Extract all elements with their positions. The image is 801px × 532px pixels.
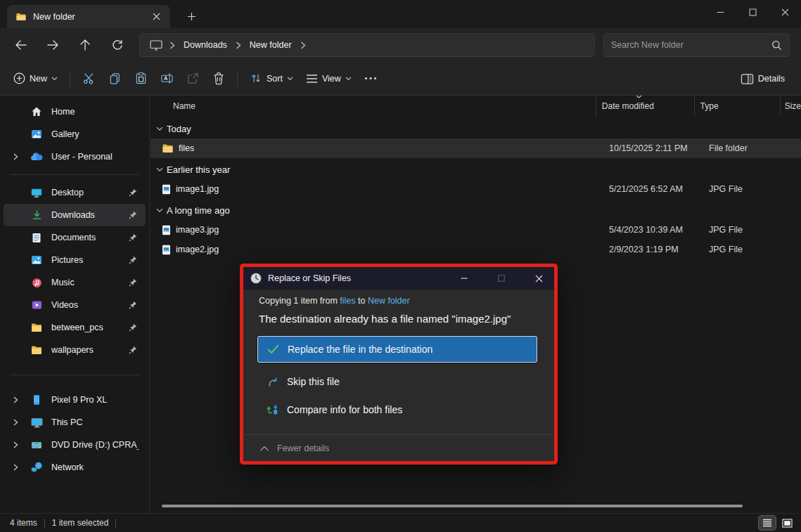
new-button[interactable]: New [7,67,64,91]
forward-button[interactable] [41,34,65,56]
chevron-down-icon [287,77,293,81]
sidebar-item-dvd-drive[interactable]: DVD Drive (D:) CPRA_X64FRE_ [4,434,146,456]
paste-button[interactable] [128,67,154,91]
gallery-icon [29,129,44,140]
folder-icon [29,345,44,355]
search-input[interactable] [611,40,771,50]
chevron-up-icon [260,446,269,451]
file-row-image2[interactable]: image2.jpg 2/9/2023 1:19 PM JPG File [150,240,801,259]
column-headers: Name Date modified Type Size [150,96,801,116]
view-button-label: View [322,74,341,84]
tab-close-button[interactable] [148,8,165,25]
copy-source-link[interactable]: files [340,296,355,306]
cut-button[interactable] [76,67,102,91]
close-button[interactable] [769,0,801,24]
selection-count: 1 item selected [52,518,109,528]
sidebar-item-label: between_pcs [51,323,127,332]
sidebar-item-videos[interactable]: Videos [4,294,146,316]
large-thumbnails-view-toggle[interactable] [778,516,795,530]
group-header-earlier-this-year[interactable]: Earlier this year [150,160,801,179]
sidebar-item-pixel-phone[interactable]: Pixel 9 Pro XL [4,389,146,411]
file-row-files[interactable]: files 10/15/2025 2:11 PM File folder [150,138,801,158]
column-date-modified[interactable]: Date modified [596,96,695,116]
chevron-right-icon [169,41,175,49]
rename-button[interactable] [154,67,180,91]
view-icon [306,74,318,84]
chevron-right-icon[interactable] [8,153,23,160]
sidebar-item-between-pcs[interactable]: between_pcs [4,316,146,339]
file-row-image1[interactable]: image1.jpg 5/21/2025 6:52 AM JPG File [150,179,801,199]
sidebar-item-label: Home [51,107,139,117]
compare-files-label: Compare info for both files [287,404,402,415]
search-icon[interactable] [771,40,782,51]
dialog-minimize-button[interactable] [449,267,480,290]
sidebar-item-label: DVD Drive (D:) CPRA_X64FRE_ [51,440,139,450]
sidebar-item-onedrive[interactable]: User - Personal [4,145,146,168]
chevron-right-icon[interactable] [8,464,23,471]
sidebar-item-gallery[interactable]: Gallery [4,123,146,145]
chevron-right-icon[interactable] [8,396,23,403]
sidebar-item-pictures[interactable]: Pictures [4,249,146,271]
replace-file-button[interactable]: Replace the file in the destination [257,336,537,363]
toolbar-separator [237,70,238,87]
skip-file-button[interactable]: Skip this file [257,371,537,392]
minimize-button[interactable] [704,0,736,24]
breadcrumb-new-folder[interactable]: New folder [244,37,297,53]
toolbar-separator [70,70,70,87]
details-view-toggle[interactable] [759,516,776,530]
explorer-tab[interactable]: New folder [7,5,170,28]
share-button[interactable] [180,67,206,91]
chevron-right-icon[interactable] [8,419,23,426]
more-options-button[interactable] [358,67,383,91]
sidebar-item-label: Pixel 9 Pro XL [51,395,139,405]
dialog-close-button[interactable] [523,267,554,290]
chevron-down-icon[interactable] [156,167,163,172]
file-explorer-window: New folder [0,0,801,532]
column-size[interactable]: Size [781,96,801,116]
sidebar-item-label: wallpapers [51,345,127,355]
sidebar-item-downloads[interactable]: Downloads [4,204,146,226]
refresh-button[interactable] [105,34,129,56]
sidebar-item-documents[interactable]: Documents [4,226,146,249]
tab-title: New folder [33,12,141,22]
file-name: files [179,143,194,153]
column-name[interactable]: Name [150,96,596,116]
chevron-down-icon[interactable] [156,208,163,213]
chevron-down-icon[interactable] [156,126,163,131]
image-file-icon [162,225,171,235]
sidebar-item-label: Downloads [51,210,127,220]
horizontal-scrollbar[interactable] [162,505,743,507]
copy-line-middle: to [356,296,368,306]
group-header-today[interactable]: Today [150,119,801,138]
sidebar-item-this-pc[interactable]: This PC [4,411,146,434]
sort-button[interactable]: Sort [243,67,300,91]
new-tab-button[interactable] [181,7,201,25]
chevron-right-icon[interactable] [236,41,241,49]
column-type[interactable]: Type [695,96,781,116]
maximize-button[interactable] [736,0,769,24]
details-pane-button[interactable]: Details [734,67,791,91]
copy-button[interactable] [102,67,128,91]
sidebar-item-music[interactable]: Music [4,271,146,294]
sidebar-item-desktop[interactable]: Desktop [4,181,146,204]
address-bar[interactable]: Downloads New folder [139,33,595,57]
up-button[interactable] [73,34,97,56]
back-button[interactable] [8,34,32,56]
copy-destination-link[interactable]: New folder [368,296,410,306]
sidebar-item-wallpapers[interactable]: wallpapers [4,339,146,361]
delete-button[interactable] [206,67,231,91]
sort-icon [250,72,262,84]
replace-file-label: Replace the file in the destination [288,344,432,355]
fewer-details-toggle[interactable]: Fewer details [243,434,554,461]
sidebar-item-home[interactable]: Home [4,100,146,123]
dialog-maximize-button[interactable] [486,267,517,290]
chevron-right-icon[interactable] [8,441,23,448]
group-header-a-long-time-ago[interactable]: A long time ago [150,200,801,220]
view-button[interactable]: View [300,67,358,91]
file-row-image3[interactable]: image3.jpg 5/4/2023 10:39 AM JPG File [150,220,801,240]
pin-icon [127,346,139,354]
chevron-right-icon[interactable] [300,41,306,49]
breadcrumb-downloads[interactable]: Downloads [178,37,233,53]
sidebar-item-network[interactable]: Network [4,456,146,479]
compare-files-button[interactable]: Compare info for both files [257,399,537,420]
